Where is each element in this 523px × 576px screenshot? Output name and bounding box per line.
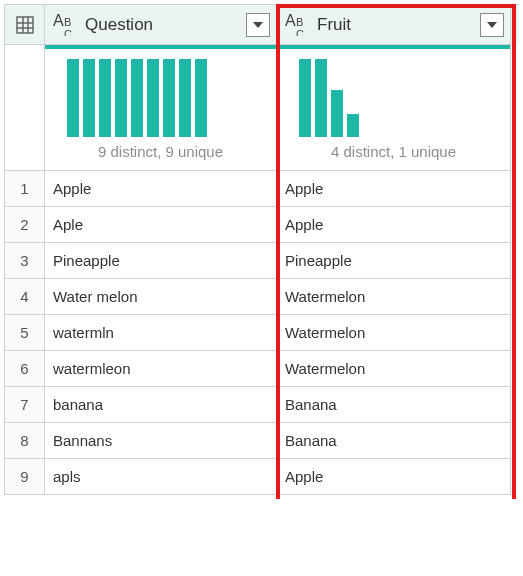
distribution-bar xyxy=(147,59,159,137)
table-row[interactable]: 7bananaBanana xyxy=(5,387,519,423)
text-type-icon: ABC xyxy=(53,14,79,36)
table-row[interactable]: 5watermlnWatermelon xyxy=(5,315,519,351)
table-row[interactable]: 8BannansBanana xyxy=(5,423,519,459)
row-number: 6 xyxy=(5,351,45,387)
distribution-bar xyxy=(163,59,175,137)
data-table: ABC Question ABC Fruit 9 xyxy=(4,4,519,495)
svg-rect-0 xyxy=(17,17,33,33)
table-icon xyxy=(15,15,35,35)
table-row[interactable]: 2ApleApple xyxy=(5,207,519,243)
cell-fruit[interactable]: Watermelon xyxy=(277,351,511,387)
column-header-fruit[interactable]: ABC Fruit xyxy=(277,5,511,45)
cell-fruit[interactable]: Apple xyxy=(277,171,511,207)
cell-question[interactable]: Bannans xyxy=(45,423,277,459)
column-filter-button-fruit[interactable] xyxy=(480,13,504,37)
row-number: 4 xyxy=(5,279,45,315)
distribution-bar xyxy=(83,59,95,137)
cell-question[interactable]: watermleon xyxy=(45,351,277,387)
table-row[interactable]: 3PineapplePineapple xyxy=(5,243,519,279)
column-profile-fruit[interactable]: 4 distinct, 1 unique xyxy=(277,45,511,171)
row-number: 5 xyxy=(5,315,45,351)
table-row[interactable]: 6watermleonWatermelon xyxy=(5,351,519,387)
cell-fruit[interactable]: Pineapple xyxy=(277,243,511,279)
cell-question[interactable]: Water melon xyxy=(45,279,277,315)
column-filter-button-question[interactable] xyxy=(246,13,270,37)
row-number: 2 xyxy=(5,207,45,243)
table-header-row: ABC Question ABC Fruit xyxy=(5,5,519,45)
cell-fruit[interactable]: Banana xyxy=(277,423,511,459)
chevron-down-icon xyxy=(253,20,263,30)
distribution-bar xyxy=(331,90,343,137)
svg-marker-5 xyxy=(253,22,263,28)
chevron-down-icon xyxy=(487,20,497,30)
distribution-bar xyxy=(315,59,327,137)
cell-fruit[interactable]: Apple xyxy=(277,207,511,243)
distribution-bars-question xyxy=(45,49,276,139)
cell-fruit[interactable]: Watermelon xyxy=(277,279,511,315)
cell-fruit[interactable]: Banana xyxy=(277,387,511,423)
distribution-bar xyxy=(115,59,127,137)
row-number: 9 xyxy=(5,459,45,495)
profile-rownum-blank xyxy=(5,45,45,171)
cell-question[interactable]: Aple xyxy=(45,207,277,243)
row-number: 7 xyxy=(5,387,45,423)
column-header-label: Question xyxy=(85,15,153,35)
row-number: 3 xyxy=(5,243,45,279)
cell-question[interactable]: Apple xyxy=(45,171,277,207)
table-row[interactable]: 9aplsApple xyxy=(5,459,519,495)
distribution-summary: 9 distinct, 9 unique xyxy=(45,139,276,170)
column-header-label: Fruit xyxy=(317,15,351,35)
cell-question[interactable]: Pineapple xyxy=(45,243,277,279)
column-profile-row: 9 distinct, 9 unique 4 distinct, 1 uniqu… xyxy=(5,45,519,171)
distribution-bar xyxy=(195,59,207,137)
distribution-summary: 4 distinct, 1 unique xyxy=(277,139,510,170)
distribution-bar xyxy=(99,59,111,137)
distribution-bar xyxy=(347,114,359,137)
table-row[interactable]: 4Water melonWatermelon xyxy=(5,279,519,315)
column-profile-question[interactable]: 9 distinct, 9 unique xyxy=(45,45,277,171)
svg-marker-6 xyxy=(487,22,497,28)
distribution-bars-fruit xyxy=(277,49,510,139)
distribution-bar xyxy=(131,59,143,137)
text-type-icon: ABC xyxy=(285,14,311,36)
cell-fruit[interactable]: Apple xyxy=(277,459,511,495)
cell-fruit[interactable]: Watermelon xyxy=(277,315,511,351)
distribution-bar xyxy=(299,59,311,137)
cell-question[interactable]: apls xyxy=(45,459,277,495)
cell-question[interactable]: watermln xyxy=(45,315,277,351)
table-row[interactable]: 1AppleApple xyxy=(5,171,519,207)
cell-question[interactable]: banana xyxy=(45,387,277,423)
row-number: 8 xyxy=(5,423,45,459)
distribution-bar xyxy=(179,59,191,137)
column-header-question[interactable]: ABC Question xyxy=(45,5,277,45)
select-all-cell[interactable] xyxy=(5,5,45,45)
distribution-bar xyxy=(67,59,79,137)
row-number: 1 xyxy=(5,171,45,207)
